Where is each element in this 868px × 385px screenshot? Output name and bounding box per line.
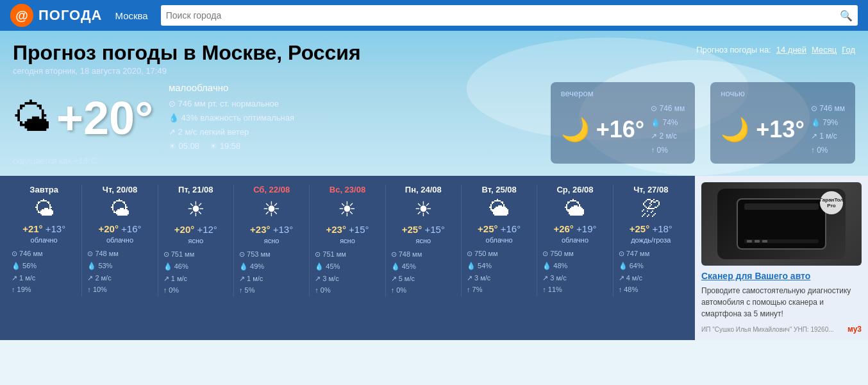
day-pressure: ⊙ 748 мм <box>391 248 456 261</box>
day-condition: ясно <box>238 237 305 244</box>
day-high: +25° <box>402 224 422 235</box>
current-weather-block: 🌤 +20° малооблачно ⊙ 746 мм рт. ст. норм… <box>13 82 294 166</box>
day-high: +20° <box>98 223 118 234</box>
day-name[interactable]: Ср, 26/08 <box>541 185 608 194</box>
day-name[interactable]: Чт, 27/08 <box>617 185 685 194</box>
day-stats: ⊙ 751 мм 💧 45% ↗ 3 м/с ↑ 0% <box>313 248 381 296</box>
night-label: ночью <box>721 89 845 98</box>
current-weather-section: Прогноз погоды в Москве, Россия сегодня … <box>0 31 868 176</box>
day-name[interactable]: Завтра <box>10 185 78 194</box>
day-name[interactable]: Сб, 22/08 <box>238 185 305 194</box>
day-condition: облачно <box>10 236 78 244</box>
day-wind: ↗ 2 м/с <box>87 272 152 284</box>
search-icon[interactable]: 🔍 <box>840 10 853 22</box>
day-icon: ⛈ <box>617 197 685 221</box>
day-pressure: ⊙ 746 мм <box>12 248 76 260</box>
day-temps: +25° +16° <box>465 223 533 234</box>
day-name[interactable]: Пн, 24/08 <box>390 185 457 194</box>
nav-month[interactable]: Месяц <box>812 45 837 55</box>
day-high: +26° <box>553 223 573 234</box>
evening-content: 🌙 +16° ⊙ 746 мм 💧 74% ↗ 2 м/с ↑ 0% <box>561 102 685 157</box>
ad-footer: ИП "Сушко Илья Михайлович" УНП: 19260...… <box>701 320 862 334</box>
search-input[interactable] <box>166 10 835 21</box>
page-title: Прогноз погоды в Москве, Россия <box>13 41 361 65</box>
night-icon: 🌙 <box>721 116 749 143</box>
evening-icon: 🌙 <box>561 116 590 143</box>
day-high: +25° <box>630 223 649 234</box>
ad-footer-text: ИП "Сушко Илья Михайлович" УНП: 19260... <box>701 326 834 333</box>
day-temps: +25° +18° <box>617 223 685 234</box>
day-high: +21° <box>22 223 42 234</box>
day-pressure: ⊙ 750 мм <box>542 248 607 260</box>
day-wind: ↗ 1 м/с <box>239 273 304 285</box>
ad-title[interactable]: Сканер для Вашего авто <box>701 271 862 281</box>
logo-text: ПОГОДА <box>38 7 103 24</box>
humidity-detail: 💧 43% влажность оптимальная <box>169 111 294 125</box>
forecast-day: Вт, 25/08 🌥 +25° +16° облачно ⊙ 750 мм 💧… <box>462 185 537 296</box>
forecast-day: Сб, 22/08 ☀ +23° +13° ясно ⊙ 753 мм 💧 49… <box>234 185 310 296</box>
day-precip: ↑ 11% <box>542 284 607 296</box>
day-low: +19° <box>576 223 596 234</box>
night-content: 🌙 +13° ⊙ 746 мм 💧 79% ↗ 1 м/с ↑ 0% <box>721 102 845 157</box>
day-pressure: ⊙ 751 мм <box>315 248 380 261</box>
day-low: +13° <box>46 223 65 234</box>
day-condition: ясно <box>313 237 381 244</box>
day-wind: ↗ 3 м/с <box>542 272 607 284</box>
day-temps: +23° +13° <box>238 224 305 235</box>
day-icon: ☀ <box>238 197 305 221</box>
ad-brand: му3 <box>847 325 862 334</box>
day-icon: ☀ <box>313 197 381 221</box>
day-condition: ясно <box>162 237 230 244</box>
current-desc: малооблачно ⊙ 746 мм рт. ст. нормальное … <box>169 82 294 153</box>
feels-like: ощущается как +18°С <box>13 156 294 166</box>
forecast-day: Завтра 🌤 +21° +13° облачно ⊙ 746 мм 💧 56… <box>6 185 82 296</box>
day-icon: 🌤 <box>86 197 153 221</box>
day-pressure: ⊙ 747 мм <box>619 248 683 260</box>
current-details: ⊙ 746 мм рт. ст. нормальное 💧 43% влажно… <box>169 97 294 153</box>
current-weather-icon: 🌤 <box>13 96 51 140</box>
evening-night-block: вечером 🌙 +16° ⊙ 746 мм 💧 74% ↗ 2 м/с ↑ … <box>551 82 855 164</box>
day-humidity: 💧 45% <box>315 261 380 273</box>
evening-block: вечером 🌙 +16° ⊙ 746 мм 💧 74% ↗ 2 м/с ↑ … <box>551 82 696 164</box>
forecast-title-block: Прогноз погоды в Москве, Россия сегодня … <box>13 41 361 76</box>
day-precip: ↑ 0% <box>391 284 456 296</box>
day-stats: ⊙ 746 мм 💧 56% ↗ 1 м/с ↑ 19% <box>10 248 78 296</box>
day-low: +15° <box>349 224 369 235</box>
day-name[interactable]: Вс, 23/08 <box>313 185 381 194</box>
day-name[interactable]: Чт, 20/08 <box>86 185 153 194</box>
day-humidity: 💧 45% <box>391 261 456 273</box>
forecast-days: Завтра 🌤 +21° +13° облачно ⊙ 746 мм 💧 56… <box>6 185 689 296</box>
day-precip: ↑ 0% <box>163 284 228 296</box>
day-name[interactable]: Вт, 25/08 <box>465 185 533 194</box>
day-precip: ↑ 48% <box>619 284 683 296</box>
wind-detail: ↗ 2 м/с легкий ветер <box>169 125 294 139</box>
search-bar: 🔍 <box>161 5 858 26</box>
day-wind: ↗ 5 м/с <box>391 273 456 285</box>
day-name[interactable]: Пт, 21/08 <box>162 185 230 194</box>
day-stats: ⊙ 748 мм 💧 53% ↗ 2 м/с ↑ 10% <box>86 248 153 296</box>
day-condition: облачно <box>465 236 533 244</box>
forecast-day: Чт, 27/08 ⛈ +25° +18° дождь/гроза ⊙ 747 … <box>613 185 689 296</box>
day-stats: ⊙ 750 мм 💧 48% ↗ 3 м/с ↑ 11% <box>541 248 608 296</box>
current-city[interactable]: Москва <box>115 10 148 21</box>
day-icon: 🌥 <box>465 197 533 221</box>
day-low: +16° <box>121 223 141 234</box>
day-low: +16° <box>501 223 521 234</box>
day-precip: ↑ 5% <box>239 284 304 296</box>
day-precip: ↑ 19% <box>12 284 76 296</box>
day-precip: ↑ 7% <box>467 284 531 296</box>
nav-year[interactable]: Год <box>842 45 855 55</box>
day-temps: +23° +15° <box>313 224 381 235</box>
forecast-day: Вс, 23/08 ☀ +23° +15° ясно ⊙ 751 мм 💧 45… <box>310 185 385 296</box>
ad-block: ГаранТолPro Сканер для Вашего авто Прово… <box>695 176 868 340</box>
pressure-detail: ⊙ 746 мм рт. ст. нормальное <box>169 97 294 111</box>
day-icon: 🌥 <box>541 197 608 221</box>
day-humidity: 💧 54% <box>467 260 531 272</box>
nav-14-days[interactable]: 14 дней <box>776 45 806 55</box>
day-humidity: 💧 48% <box>542 260 607 272</box>
day-humidity: 💧 64% <box>619 260 683 272</box>
day-wind: ↗ 1 м/с <box>163 273 228 285</box>
day-humidity: 💧 49% <box>239 261 304 273</box>
day-stats: ⊙ 750 мм 💧 54% ↗ 3 м/с ↑ 7% <box>465 248 533 296</box>
day-condition: дождь/гроза <box>617 236 685 244</box>
